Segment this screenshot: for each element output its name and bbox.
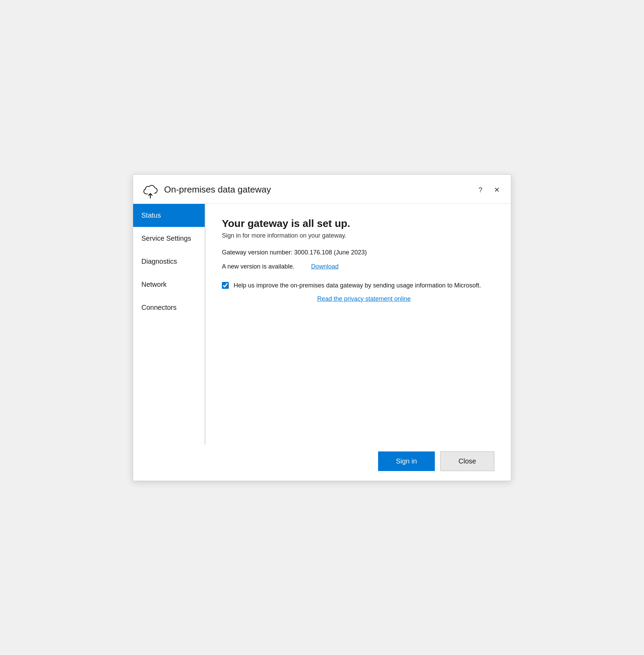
sidebar-item-connectors[interactable]: Connectors — [133, 296, 205, 319]
sidebar-item-network[interactable]: Network — [133, 273, 205, 296]
app-window: On-premises data gateway ? ✕ Status Serv… — [133, 174, 511, 481]
checkbox-row: Help us improve the on-premises data gat… — [222, 281, 494, 290]
help-button[interactable]: ? — [476, 185, 485, 195]
version-text: Gateway version number: 3000.176.108 (Ju… — [222, 249, 494, 256]
content-area: Status Service Settings Diagnostics Netw… — [133, 204, 511, 445]
cloud-upload-icon — [141, 181, 159, 199]
update-row: A new version is available. Download — [222, 263, 494, 270]
window-close-button[interactable]: ✕ — [491, 185, 503, 195]
sidebar-item-diagnostics[interactable]: Diagnostics — [133, 250, 205, 273]
update-text: A new version is available. — [222, 263, 294, 270]
sidebar-item-status[interactable]: Status — [133, 204, 205, 227]
title-bar: On-premises data gateway ? ✕ — [133, 175, 511, 204]
privacy-link[interactable]: Read the privacy statement online — [234, 295, 494, 303]
usage-data-checkbox[interactable] — [222, 282, 229, 289]
footer: Sign in Close — [133, 445, 511, 481]
main-content: Your gateway is all set up. Sign in for … — [205, 204, 511, 445]
close-button[interactable]: Close — [440, 451, 494, 471]
status-subtext: Sign in for more information on your gat… — [222, 232, 494, 239]
sidebar: Status Service Settings Diagnostics Netw… — [133, 204, 205, 445]
title-controls: ? ✕ — [476, 185, 503, 195]
download-link[interactable]: Download — [311, 263, 339, 270]
checkbox-label: Help us improve the on-premises data gat… — [234, 281, 481, 290]
sidebar-item-service-settings[interactable]: Service Settings — [133, 227, 205, 250]
title-left: On-premises data gateway — [141, 181, 271, 199]
sign-in-button[interactable]: Sign in — [378, 451, 435, 471]
app-title: On-premises data gateway — [164, 184, 271, 195]
status-heading: Your gateway is all set up. — [222, 218, 494, 229]
